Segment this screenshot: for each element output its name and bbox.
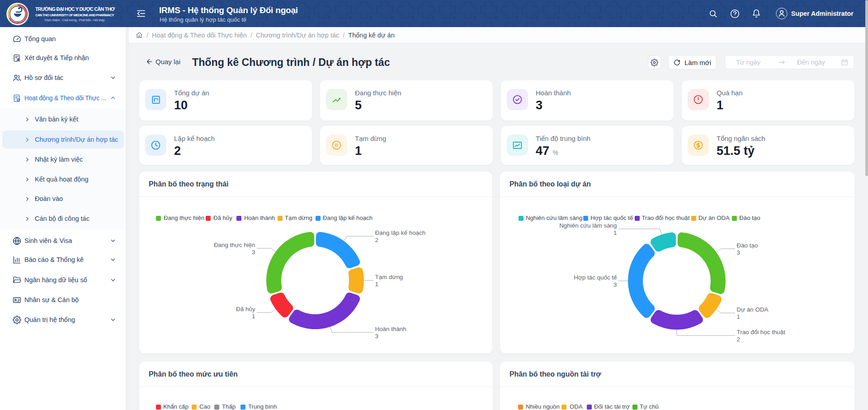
svg-text:Nghiên cứu lâm sàng: Nghiên cứu lâm sàng — [559, 222, 617, 229]
svg-text:2: 2 — [375, 237, 378, 243]
svg-text:3: 3 — [613, 281, 617, 288]
svg-text:1: 1 — [613, 229, 617, 236]
svg-text:Hoàn thành: Hoàn thành — [375, 326, 406, 332]
svg-text:Đào tạo: Đào tạo — [737, 242, 758, 249]
svg-text:Đã hủy: Đã hủy — [236, 306, 255, 312]
svg-text:Đang thực hiện: Đang thực hiện — [214, 242, 255, 248]
svg-text:Tạm dừng: Tạm dừng — [375, 274, 403, 280]
svg-text:3: 3 — [252, 249, 255, 256]
svg-text:Dự án ODA: Dự án ODA — [737, 306, 769, 313]
svg-text:3: 3 — [375, 333, 378, 340]
svg-text:Trao đổi học thuật: Trao đổi học thuật — [737, 329, 786, 335]
svg-text:1: 1 — [252, 313, 255, 320]
svg-text:1: 1 — [737, 313, 740, 320]
svg-text:Đang lập kế hoạch: Đang lập kế hoạch — [375, 229, 426, 236]
svg-text:Hợp tác quốc tế: Hợp tác quốc tế — [574, 274, 617, 281]
svg-text:2: 2 — [737, 336, 740, 343]
svg-text:1: 1 — [375, 281, 378, 288]
svg-text:3: 3 — [737, 249, 740, 256]
